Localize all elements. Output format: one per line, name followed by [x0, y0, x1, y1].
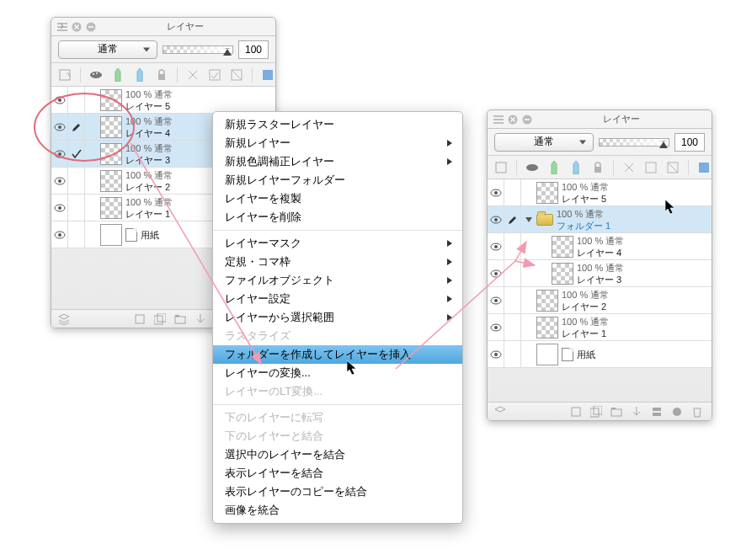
stack-icon[interactable]: [56, 312, 72, 327]
new-raster-icon[interactable]: [132, 312, 147, 327]
visibility-toggle[interactable]: [488, 206, 504, 232]
status-cell[interactable]: [504, 341, 521, 367]
panel-menu-icon[interactable]: [56, 21, 68, 33]
palette-icon[interactable]: [88, 67, 104, 83]
menu-duplicate[interactable]: レイヤーを複製: [213, 189, 462, 208]
draft-icon[interactable]: [228, 67, 245, 83]
close-icon[interactable]: [71, 21, 83, 33]
status-cell[interactable]: [504, 287, 521, 313]
reference-icon[interactable]: [642, 159, 659, 176]
menu-new-correction[interactable]: 新規色調補正レイヤー: [213, 152, 462, 171]
visibility-toggle[interactable]: [488, 314, 504, 340]
visibility-toggle[interactable]: [488, 179, 504, 205]
close-icon[interactable]: [507, 114, 519, 125]
opacity-value[interactable]: 100: [238, 40, 269, 59]
merge-icon[interactable]: [649, 404, 664, 419]
checkmark-icon[interactable]: [68, 141, 85, 167]
expand-toggle[interactable]: [521, 206, 536, 232]
visibility-toggle[interactable]: [488, 260, 504, 286]
status-cell[interactable]: [68, 168, 85, 194]
new-vector-icon[interactable]: [152, 312, 168, 327]
stack-icon[interactable]: [493, 404, 508, 419]
opacity-value[interactable]: 100: [674, 133, 705, 152]
menu-new-layer[interactable]: 新規レイヤー: [213, 134, 462, 152]
status-cell[interactable]: [504, 260, 521, 286]
menu-merge-visible[interactable]: 表示レイヤーを結合: [213, 464, 462, 483]
blend-mode-select[interactable]: 通常: [58, 40, 157, 59]
layer-indicator-icon[interactable]: [493, 159, 509, 176]
highlighter-icon[interactable]: [568, 159, 584, 176]
menu-new-folder[interactable]: 新規レイヤーフォルダー: [213, 171, 462, 189]
layer-indicator-icon[interactable]: [56, 67, 73, 83]
highlighter-icon[interactable]: [131, 67, 148, 83]
marker-icon[interactable]: [109, 67, 126, 83]
layer-name: レイヤー 1: [562, 328, 609, 339]
menu-delete[interactable]: レイヤーを削除: [213, 208, 462, 227]
layer-row[interactable]: 100 % 通常 レイヤー 5: [488, 179, 712, 206]
layer-thumbnail: [536, 182, 558, 204]
layer-row[interactable]: 100 % 通常 レイヤー 5: [51, 87, 275, 114]
blend-mode-select[interactable]: 通常: [494, 133, 594, 152]
visibility-toggle[interactable]: [488, 233, 504, 259]
status-cell[interactable]: [504, 233, 521, 259]
new-folder-icon[interactable]: [609, 404, 624, 419]
layer-name: 用紙: [577, 349, 595, 360]
clip-icon[interactable]: [621, 159, 637, 176]
status-cell[interactable]: [68, 87, 85, 113]
svg-point-3: [90, 72, 102, 78]
status-cell[interactable]: [68, 195, 85, 221]
paper-row[interactable]: 用紙: [488, 341, 712, 368]
active-brush-icon[interactable]: [68, 114, 85, 140]
transfer-icon[interactable]: [629, 404, 644, 419]
menu-ruler[interactable]: 定規・コマ枠: [213, 253, 462, 271]
transfer-icon[interactable]: [193, 312, 208, 327]
menu-flatten[interactable]: 画像を統合: [213, 501, 462, 520]
status-cell[interactable]: [68, 221, 85, 248]
marker-icon[interactable]: [546, 159, 562, 176]
layer-row[interactable]: 100 % 通常 レイヤー 4: [488, 233, 712, 260]
layer-row[interactable]: 100 % 通常 レイヤー 1: [488, 314, 712, 341]
layer-color-icon[interactable]: [696, 159, 712, 176]
lock-icon[interactable]: [153, 67, 170, 83]
menu-convert[interactable]: レイヤーの変換...: [213, 364, 462, 382]
new-folder-icon[interactable]: [173, 312, 188, 327]
folder-row[interactable]: 100 % 通常 フォルダー 1: [488, 206, 712, 233]
opacity-slider[interactable]: [163, 44, 233, 56]
delete-icon[interactable]: [690, 404, 705, 419]
menu-insert-into-folder[interactable]: フォルダーを作成してレイヤーを挿入: [213, 345, 462, 364]
panel-menu-icon[interactable]: [493, 114, 504, 125]
visibility-toggle[interactable]: [51, 114, 68, 140]
visibility-toggle[interactable]: [51, 168, 68, 194]
clip-icon[interactable]: [184, 67, 201, 83]
opacity-slider[interactable]: [599, 136, 669, 148]
layer-row[interactable]: 100 % 通常 レイヤー 2: [488, 287, 712, 314]
visibility-toggle[interactable]: [488, 341, 504, 367]
active-brush-icon[interactable]: [504, 206, 521, 232]
menu-new-raster[interactable]: 新規ラスターレイヤー: [213, 115, 462, 134]
blend-row: 通常 100: [488, 129, 712, 156]
visibility-toggle[interactable]: [51, 141, 68, 167]
palette-icon[interactable]: [524, 159, 541, 176]
status-cell[interactable]: [504, 314, 521, 340]
menu-selection[interactable]: レイヤーから選択範囲: [213, 308, 462, 327]
layer-row[interactable]: 100 % 通常 レイヤー 3: [488, 260, 712, 287]
draft-icon[interactable]: [664, 159, 681, 176]
visibility-toggle[interactable]: [51, 221, 68, 248]
new-vector-icon[interactable]: [589, 404, 604, 419]
visibility-toggle[interactable]: [488, 287, 504, 313]
lock-icon[interactable]: [589, 159, 606, 176]
mask-icon[interactable]: [669, 404, 685, 419]
new-raster-icon[interactable]: [568, 404, 584, 419]
menu-settings[interactable]: レイヤー設定: [213, 290, 462, 308]
menu-mask[interactable]: レイヤーマスク: [213, 234, 462, 253]
menu-merge-selected[interactable]: 選択中のレイヤーを結合: [213, 445, 462, 464]
status-cell[interactable]: [504, 179, 521, 205]
minimize-icon[interactable]: [85, 21, 97, 33]
menu-file-object[interactable]: ファイルオブジェクト: [213, 271, 462, 290]
visibility-toggle[interactable]: [51, 87, 68, 113]
minimize-icon[interactable]: [521, 114, 533, 125]
layer-color-icon[interactable]: [259, 67, 275, 83]
reference-icon[interactable]: [206, 67, 223, 83]
menu-copy-merge-visible[interactable]: 表示レイヤーのコピーを結合: [213, 483, 462, 501]
visibility-toggle[interactable]: [51, 195, 68, 221]
